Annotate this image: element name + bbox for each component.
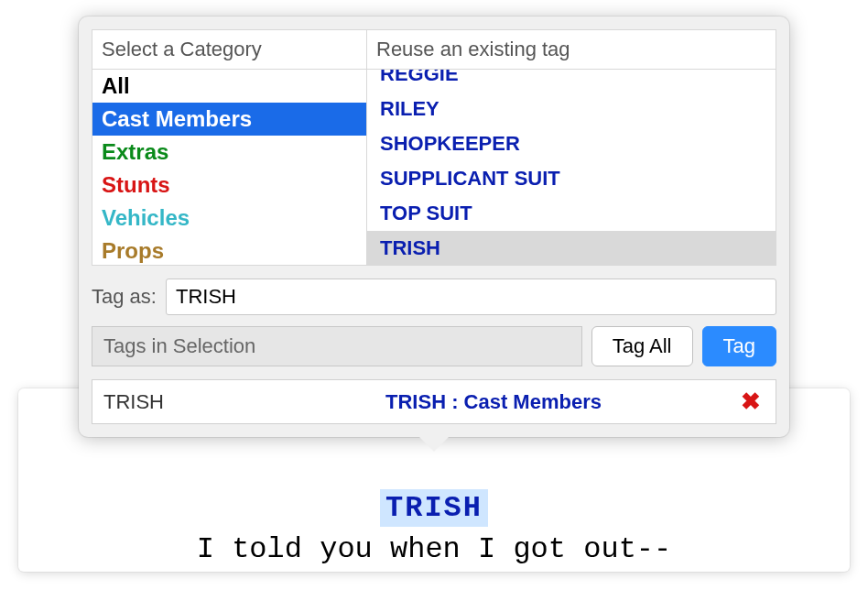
tag-item[interactable]: SUPPLICANT SUIT bbox=[367, 161, 776, 196]
category-item[interactable]: Vehicles bbox=[92, 202, 366, 235]
tag-button[interactable]: Tag bbox=[702, 326, 776, 366]
character-cue[interactable]: TRISH bbox=[380, 489, 488, 527]
tag-item[interactable]: TRISH bbox=[367, 231, 776, 265]
tag-as-label: Tag as: bbox=[92, 285, 157, 309]
category-header: Select a Category bbox=[92, 30, 366, 70]
category-item[interactable]: Extras bbox=[92, 136, 366, 169]
tags-column: Reuse an existing tag REGGIERILEYSHOPKEE… bbox=[367, 30, 776, 265]
dialogue-line: I told you when I got out-- bbox=[18, 532, 850, 566]
category-item[interactable]: Cast Members bbox=[92, 103, 366, 136]
tag-all-button[interactable]: Tag All bbox=[591, 326, 693, 366]
assigned-tag-name: TRISH bbox=[103, 390, 250, 414]
category-item[interactable]: All bbox=[92, 70, 366, 103]
tag-item[interactable]: SHOPKEEPER bbox=[367, 126, 776, 161]
tags-list: REGGIERILEYSHOPKEEPERSUPPLICANT SUITTOP … bbox=[367, 70, 776, 265]
assigned-tag-row: TRISH TRISH : Cast Members ✖ bbox=[92, 379, 776, 424]
assigned-tag-full: TRISH : Cast Members bbox=[250, 390, 737, 414]
tag-item[interactable]: RILEY bbox=[367, 92, 776, 126]
category-column: Select a Category AllCast MembersExtrasS… bbox=[92, 30, 367, 265]
category-item[interactable]: Stunts bbox=[92, 169, 366, 202]
columns: Select a Category AllCast MembersExtrasS… bbox=[92, 29, 776, 266]
tag-as-row: Tag as: bbox=[92, 279, 776, 315]
action-row: Tags in Selection Tag All Tag bbox=[92, 326, 776, 366]
category-item[interactable]: Props bbox=[92, 235, 366, 265]
tags-header: Reuse an existing tag bbox=[367, 30, 776, 70]
tag-as-input[interactable] bbox=[166, 279, 776, 315]
tag-item[interactable]: TOP SUIT bbox=[367, 196, 776, 231]
tag-item[interactable]: REGGIE bbox=[367, 70, 776, 92]
category-list: AllCast MembersExtrasStuntsVehiclesProps bbox=[92, 70, 366, 265]
tagging-popup: Select a Category AllCast MembersExtrasS… bbox=[79, 16, 789, 437]
tags-in-selection-label: Tags in Selection bbox=[92, 326, 582, 366]
remove-tag-icon[interactable]: ✖ bbox=[737, 388, 765, 416]
